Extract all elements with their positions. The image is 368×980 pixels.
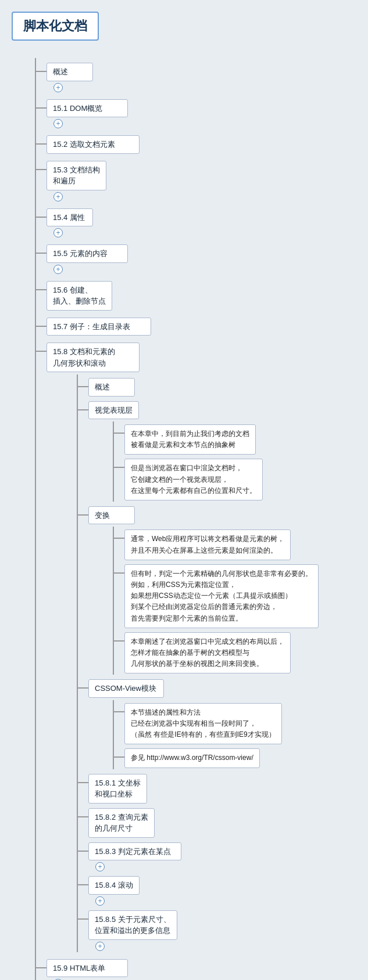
transform-list: 通常，Web应用程序可以将文档看做是元素的树，并且不用关心在屏幕上这些元素是如何… xyxy=(113,527,356,675)
tree-node-overview: 概述 xyxy=(78,374,356,398)
node-15-9: 15.9 HTML表单 xyxy=(47,959,128,978)
cssom-text-2-item: 参见 http://www.w3.org/TR/cssom-view/ xyxy=(114,745,356,769)
tree-node-15-1: 15.1 DOM概览 + xyxy=(36,95,356,131)
tree-node-15-8-2: 15.8.2 查询元素的几何尺寸 xyxy=(78,805,356,839)
expand-15-8-4[interactable]: + xyxy=(95,896,105,906)
h-connector xyxy=(114,756,124,758)
transform-text-2-item: 但有时，判定一个元素精确的几何形状也是非常有必要的。例如，利用CSS为元素指定位… xyxy=(114,561,356,629)
cssom-children: 本节描述的属性和方法已经在浏览器中实现有相当一段时间了，（虽然 有些是IE特有的… xyxy=(107,700,356,769)
plus-icon: + xyxy=(56,193,60,201)
plus-icon: + xyxy=(56,265,60,273)
plus-icon: + xyxy=(56,120,60,128)
transform-children: 通常，Web应用程序可以将文档看做是元素的树，并且不用关心在屏幕上这些元素是如何… xyxy=(107,527,356,675)
tree-node-15-6: 15.6 创建、插入、删除节点 xyxy=(36,276,356,313)
node-15-8-1: 15.8.1 文坐标和视口坐标 xyxy=(88,774,147,804)
node-15-3: 15.3 文档结构和遍历 xyxy=(47,161,106,190)
h-connector xyxy=(78,884,88,885)
h-connector xyxy=(36,143,47,145)
h-connector xyxy=(114,433,124,434)
h-connector xyxy=(114,538,124,539)
node-overview: 概述 xyxy=(88,378,135,397)
node-15-2: 15.2 选取文档元素 xyxy=(47,135,140,154)
visual-text-1-item: 在本章中，到目前为止我们考虑的文档被看做是元素和文本节点的抽象树 xyxy=(114,421,356,456)
h-connector xyxy=(36,71,47,72)
tree-node-visual-layer: 视觉表现层 在本章中，到目前为止我们考虑的文档被看做是元素和文本节点的抽象树 xyxy=(78,398,356,503)
h-connector xyxy=(78,918,88,920)
transform-text-3-item: 本章阐述了在浏览器窗口中完成文档的布局以后，怎样才能在抽象的基于树的文档模型与几… xyxy=(114,629,356,675)
node-intro: 概述 xyxy=(47,63,93,81)
tree-node-15-8-1: 15.8.1 文坐标和视口坐标 xyxy=(78,770,356,805)
tree-node-15-8-3: 15.8.3 判定元素在某点 + xyxy=(78,839,356,873)
level1-list: 概述 + 15.1 DOM概览 + 15.2 xyxy=(35,58,356,980)
node-transform: 变换 xyxy=(88,506,135,525)
h-connector xyxy=(114,711,124,712)
expand-intro[interactable]: + xyxy=(53,83,63,92)
page-container: 脚本化文档 概述 + 15.1 DOM概览 + xyxy=(0,0,368,980)
expand-15-4[interactable]: + xyxy=(53,228,63,237)
h-connector xyxy=(78,782,88,783)
expand-15-8-3[interactable]: + xyxy=(95,862,105,871)
plus-icon: + xyxy=(56,84,60,92)
node-15-8-4: 15.8.4 滚动 xyxy=(88,876,140,895)
h-connector xyxy=(78,851,88,852)
level2-list-15-8: 概述 视觉表现层 xyxy=(77,374,356,952)
tree-node-15-3: 15.3 文档结构和遍历 + xyxy=(36,156,356,204)
visual-text-2-item: 但是当浏览器在窗口中渲染文档时，它创建文档的一个视觉表现层，在这里每个元素都有自… xyxy=(114,456,356,502)
node-15-5: 15.5 元素的内容 xyxy=(47,244,128,263)
tree-node-cssom: CSSOM-View模块 本节描述的属性和方法已经在浏览器中实现有相当一段时间了… xyxy=(78,676,356,770)
h-connector xyxy=(36,107,47,109)
tree-node-15-8-4: 15.8.4 滚动 + xyxy=(78,873,356,907)
expand-15-5[interactable]: + xyxy=(53,265,63,274)
tree-node-15-2: 15.2 选取文档元素 xyxy=(36,131,356,156)
plus-icon: + xyxy=(56,229,60,237)
h-connector xyxy=(36,169,47,170)
transform-text-1-item: 通常，Web应用程序可以将文档看做是元素的树，并且不用关心在屏幕上这些元素是如何… xyxy=(114,527,356,561)
node-15-7: 15.7 例子：生成目录表 xyxy=(47,318,151,336)
h-connector xyxy=(78,386,88,387)
cssom-text-1: 本节描述的属性和方法已经在浏览器中实现有相当一段时间了，（虽然 有些是IE特有的… xyxy=(124,703,282,745)
node-visual-layer: 视觉表现层 xyxy=(88,401,139,420)
visual-text-2: 但是当浏览器在窗口中渲染文档时，它创建文档的一个视觉表现层，在这里每个元素都有自… xyxy=(124,459,263,500)
h-connector xyxy=(36,351,47,352)
plus-icon: + xyxy=(98,897,102,905)
h-connector xyxy=(36,253,47,254)
node-15-1: 15.1 DOM概览 xyxy=(47,99,128,118)
h-connector xyxy=(114,467,124,468)
tree-node-15-7: 15.7 例子：生成目录表 xyxy=(36,313,356,338)
tree-node-15-8-5: 15.8.5 关于元素尺寸、位置和溢出的更多信息 + xyxy=(78,907,356,952)
transform-text-3: 本章阐述了在浏览器窗口中完成文档的布局以后，怎样才能在抽象的基于树的文档模型与几… xyxy=(124,632,291,674)
expand-15-1[interactable]: + xyxy=(53,119,63,128)
node-15-8-2: 15.8.2 查询元素的几何尺寸 xyxy=(88,808,155,838)
node-15-8-5: 15.8.5 关于元素尺寸、位置和溢出的更多信息 xyxy=(88,910,177,940)
h-connector xyxy=(78,687,88,689)
h-connector xyxy=(36,217,47,218)
transform-text-1: 通常，Web应用程序可以将文档看做是元素的树，并且不用关心在屏幕上这些元素是如何… xyxy=(124,529,291,560)
cssom-list: 本节描述的属性和方法已经在浏览器中实现有相当一段时间了，（虽然 有些是IE特有的… xyxy=(113,700,356,769)
plus-icon: + xyxy=(98,942,102,950)
tree-node-intro: 概述 + xyxy=(36,58,356,95)
h-connector xyxy=(36,967,47,968)
node-15-4: 15.4 属性 xyxy=(47,208,93,227)
expand-15-3[interactable]: + xyxy=(53,192,63,201)
visual-layer-children: 在本章中，到目前为止我们考虑的文档被看做是元素和文本节点的抽象树 但是当浏览器在… xyxy=(107,421,356,502)
expand-15-8-5[interactable]: + xyxy=(95,942,105,951)
node-15-6: 15.6 创建、插入、删除节点 xyxy=(47,281,112,311)
transform-text-2: 但有时，判定一个元素精确的几何形状也是非常有必要的。例如，利用CSS为元素指定位… xyxy=(124,564,319,628)
cssom-text-1-item: 本节描述的属性和方法已经在浏览器中实现有相当一段时间了，（虽然 有些是IE特有的… xyxy=(114,700,356,746)
node-15-8: 15.8 文档和元素的几何形状和滚动 xyxy=(47,343,140,372)
tree-node-15-8: 15.8 文档和元素的几何形状和滚动 概述 xyxy=(36,338,356,954)
tree-node-transform: 变换 通常，Web应用程序可以将文档看做是元素的树，并且不用关心在屏幕上这些元素… xyxy=(78,503,356,676)
tree-node-15-9: 15.9 HTML表单 + xyxy=(36,954,356,980)
h-connector xyxy=(78,816,88,817)
h-connector xyxy=(114,640,124,642)
h-connector xyxy=(78,514,88,516)
tree-node-15-4: 15.4 属性 + xyxy=(36,204,356,240)
visual-layer-list: 在本章中，到目前为止我们考虑的文档被看做是元素和文本节点的抽象树 但是当浏览器在… xyxy=(113,421,356,502)
page-title: 脚本化文档 xyxy=(12,12,99,41)
node-cssom: CSSOM-View模块 xyxy=(88,679,164,698)
subtree-15-8: 概述 视觉表现层 xyxy=(71,374,356,952)
h-connector xyxy=(78,409,88,410)
node-15-8-3: 15.8.3 判定元素在某点 xyxy=(88,842,181,861)
document-tree: 概述 + 15.1 DOM概览 + 15.2 xyxy=(17,58,356,980)
h-connector xyxy=(114,572,124,574)
